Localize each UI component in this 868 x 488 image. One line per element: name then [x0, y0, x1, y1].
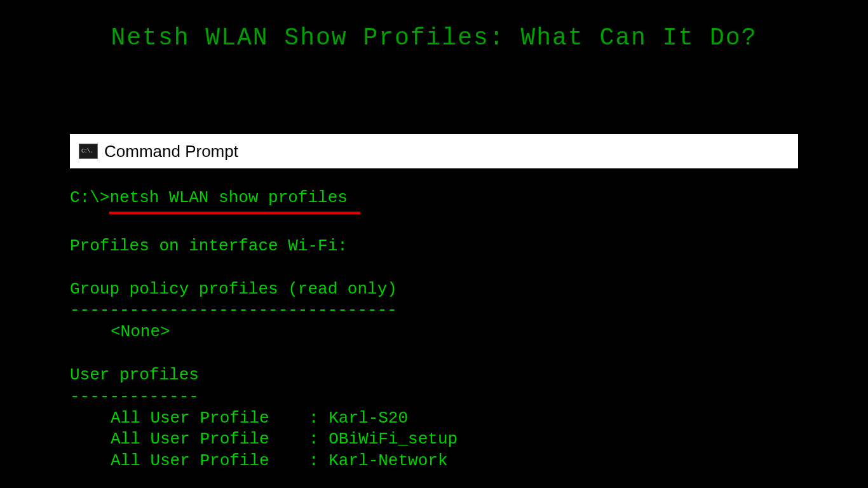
window-title-bar: C:\. Command Prompt	[70, 134, 798, 168]
command-prompt-line: C:\>netsh WLAN show profiles	[70, 187, 348, 209]
page-title: Netsh WLAN Show Profiles: What Can It Do…	[0, 0, 868, 51]
prompt-prefix: C:\>	[70, 188, 109, 207]
prompt-command: netsh WLAN show profiles	[109, 188, 347, 207]
command-prompt-window: C:\. Command Prompt C:\>netsh WLAN show …	[70, 134, 798, 472]
cmd-icon-text: C:\.	[81, 148, 93, 154]
group-policy-divider: ---------------------------------	[70, 300, 798, 322]
user-profiles-header: User profiles	[70, 365, 798, 386]
group-policy-header: Group policy profiles (read only)	[70, 279, 798, 301]
user-profiles-divider: -------------	[70, 386, 798, 408]
user-profiles-list: All User Profile : Karl-S20All User Prof…	[70, 408, 798, 472]
profile-row: All User Profile : Karl-S20	[70, 408, 798, 430]
interface-header: Profiles on interface Wi-Fi:	[70, 236, 798, 257]
terminal-output-area[interactable]: C:\>netsh WLAN show profiles Profiles on…	[70, 168, 798, 472]
window-title-text: Command Prompt	[104, 142, 238, 161]
command-underline-annotation	[109, 212, 360, 214]
output-block: Profiles on interface Wi-Fi: Group polic…	[70, 236, 798, 472]
profile-row: All User Profile : Karl-Network	[70, 451, 798, 472]
group-policy-none: <None>	[70, 322, 798, 343]
profile-row: All User Profile : OBiWiFi_setup	[70, 429, 798, 451]
command-prompt-icon: C:\.	[79, 144, 98, 159]
